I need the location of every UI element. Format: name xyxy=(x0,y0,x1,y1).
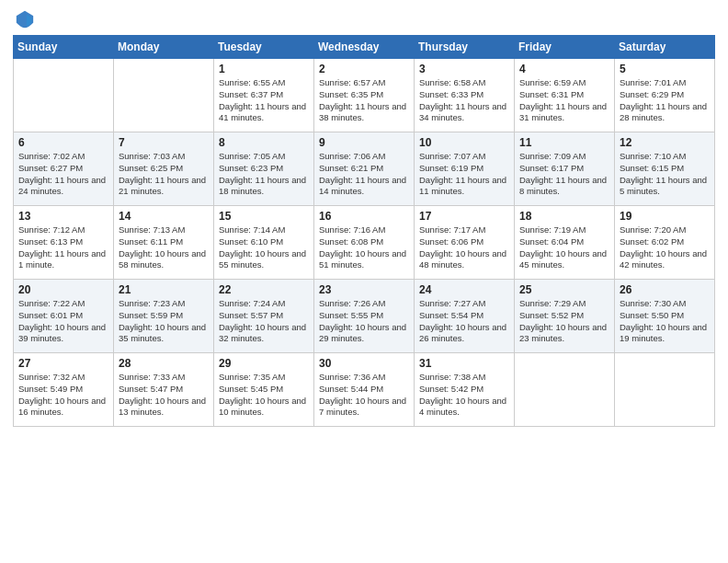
calendar-cell: 28Sunrise: 7:33 AMSunset: 5:47 PMDayligh… xyxy=(114,353,214,427)
calendar-week-4: 20Sunrise: 7:22 AMSunset: 6:01 PMDayligh… xyxy=(14,280,715,353)
day-number: 3 xyxy=(419,63,509,75)
calendar-cell: 8Sunrise: 7:05 AMSunset: 6:23 PMDaylight… xyxy=(214,132,314,206)
day-header-wednesday: Wednesday xyxy=(314,36,415,59)
calendar-cell: 13Sunrise: 7:12 AMSunset: 6:13 PMDayligh… xyxy=(14,206,114,280)
calendar-cell: 10Sunrise: 7:07 AMSunset: 6:19 PMDayligh… xyxy=(415,132,515,206)
calendar-cell: 16Sunrise: 7:16 AMSunset: 6:08 PMDayligh… xyxy=(314,206,415,280)
day-detail: Sunrise: 6:59 AMSunset: 6:31 PMDaylight:… xyxy=(519,77,609,124)
day-detail: Sunrise: 7:03 AMSunset: 6:25 PMDaylight:… xyxy=(119,151,209,198)
day-detail: Sunrise: 7:24 AMSunset: 5:57 PMDaylight:… xyxy=(219,298,309,345)
calendar-cell: 18Sunrise: 7:19 AMSunset: 6:04 PMDayligh… xyxy=(515,206,615,280)
day-number: 2 xyxy=(319,63,409,75)
calendar-cell xyxy=(14,59,114,132)
calendar-page: SundayMondayTuesdayWednesdayThursdayFrid… xyxy=(0,0,728,563)
day-number: 25 xyxy=(519,283,609,296)
logo xyxy=(13,9,35,29)
calendar-cell: 5Sunrise: 7:01 AMSunset: 6:29 PMDaylight… xyxy=(615,59,715,132)
day-number: 29 xyxy=(219,357,309,370)
day-detail: Sunrise: 7:07 AMSunset: 6:19 PMDaylight:… xyxy=(419,151,509,198)
day-number: 13 xyxy=(18,210,108,223)
day-detail: Sunrise: 7:29 AMSunset: 5:52 PMDaylight:… xyxy=(519,298,609,345)
day-number: 26 xyxy=(620,283,710,296)
calendar-cell: 24Sunrise: 7:27 AMSunset: 5:54 PMDayligh… xyxy=(415,280,515,353)
day-detail: Sunrise: 7:23 AMSunset: 5:59 PMDaylight:… xyxy=(119,298,209,345)
day-detail: Sunrise: 7:22 AMSunset: 6:01 PMDaylight:… xyxy=(18,298,108,345)
day-detail: Sunrise: 7:09 AMSunset: 6:17 PMDaylight:… xyxy=(519,151,609,198)
calendar-cell: 20Sunrise: 7:22 AMSunset: 6:01 PMDayligh… xyxy=(14,280,114,353)
calendar-cell: 14Sunrise: 7:13 AMSunset: 6:11 PMDayligh… xyxy=(114,206,214,280)
calendar-cell: 4Sunrise: 6:59 AMSunset: 6:31 PMDaylight… xyxy=(515,59,615,132)
calendar-cell: 19Sunrise: 7:20 AMSunset: 6:02 PMDayligh… xyxy=(615,206,715,280)
day-number: 14 xyxy=(119,210,209,223)
day-number: 17 xyxy=(419,210,509,223)
day-number: 9 xyxy=(319,136,409,149)
day-detail: Sunrise: 7:17 AMSunset: 6:06 PMDaylight:… xyxy=(419,224,509,271)
day-header-saturday: Saturday xyxy=(615,36,715,59)
day-number: 12 xyxy=(620,136,710,149)
day-detail: Sunrise: 7:20 AMSunset: 6:02 PMDaylight:… xyxy=(620,224,710,271)
day-number: 23 xyxy=(319,283,409,296)
day-number: 27 xyxy=(18,357,108,370)
calendar-cell: 29Sunrise: 7:35 AMSunset: 5:45 PMDayligh… xyxy=(214,353,314,427)
day-detail: Sunrise: 7:36 AMSunset: 5:44 PMDaylight:… xyxy=(319,372,409,419)
day-number: 22 xyxy=(219,283,309,296)
day-number: 4 xyxy=(519,63,609,75)
day-number: 6 xyxy=(18,136,108,149)
day-detail: Sunrise: 6:58 AMSunset: 6:33 PMDaylight:… xyxy=(419,77,509,124)
day-number: 19 xyxy=(620,210,710,223)
calendar-header-row: SundayMondayTuesdayWednesdayThursdayFrid… xyxy=(14,36,715,59)
day-detail: Sunrise: 7:12 AMSunset: 6:13 PMDaylight:… xyxy=(18,224,108,271)
day-detail: Sunrise: 7:06 AMSunset: 6:21 PMDaylight:… xyxy=(319,151,409,198)
day-number: 20 xyxy=(18,283,108,296)
day-detail: Sunrise: 7:02 AMSunset: 6:27 PMDaylight:… xyxy=(18,151,108,198)
day-detail: Sunrise: 7:32 AMSunset: 5:49 PMDaylight:… xyxy=(18,372,108,419)
calendar-cell: 26Sunrise: 7:30 AMSunset: 5:50 PMDayligh… xyxy=(615,280,715,353)
calendar-cell: 12Sunrise: 7:10 AMSunset: 6:15 PMDayligh… xyxy=(615,132,715,206)
day-detail: Sunrise: 7:10 AMSunset: 6:15 PMDaylight:… xyxy=(620,151,710,198)
logo-icon xyxy=(15,9,35,29)
day-number: 8 xyxy=(219,136,309,149)
calendar-cell: 2Sunrise: 6:57 AMSunset: 6:35 PMDaylight… xyxy=(314,59,415,132)
calendar-cell: 3Sunrise: 6:58 AMSunset: 6:33 PMDaylight… xyxy=(415,59,515,132)
calendar-week-1: 1Sunrise: 6:55 AMSunset: 6:37 PMDaylight… xyxy=(14,59,715,132)
day-detail: Sunrise: 7:16 AMSunset: 6:08 PMDaylight:… xyxy=(319,224,409,271)
calendar-cell: 17Sunrise: 7:17 AMSunset: 6:06 PMDayligh… xyxy=(415,206,515,280)
day-detail: Sunrise: 7:26 AMSunset: 5:55 PMDaylight:… xyxy=(319,298,409,345)
calendar-cell: 6Sunrise: 7:02 AMSunset: 6:27 PMDaylight… xyxy=(14,132,114,206)
calendar-cell: 25Sunrise: 7:29 AMSunset: 5:52 PMDayligh… xyxy=(515,280,615,353)
calendar-cell xyxy=(615,353,715,427)
day-detail: Sunrise: 7:38 AMSunset: 5:42 PMDaylight:… xyxy=(419,372,509,419)
day-header-monday: Monday xyxy=(114,36,214,59)
calendar-cell: 23Sunrise: 7:26 AMSunset: 5:55 PMDayligh… xyxy=(314,280,415,353)
calendar-cell xyxy=(515,353,615,427)
day-number: 31 xyxy=(419,357,509,370)
calendar-cell: 15Sunrise: 7:14 AMSunset: 6:10 PMDayligh… xyxy=(214,206,314,280)
calendar-cell: 22Sunrise: 7:24 AMSunset: 5:57 PMDayligh… xyxy=(214,280,314,353)
calendar-cell: 21Sunrise: 7:23 AMSunset: 5:59 PMDayligh… xyxy=(114,280,214,353)
calendar-week-3: 13Sunrise: 7:12 AMSunset: 6:13 PMDayligh… xyxy=(14,206,715,280)
day-detail: Sunrise: 7:30 AMSunset: 5:50 PMDaylight:… xyxy=(620,298,710,345)
calendar-cell: 9Sunrise: 7:06 AMSunset: 6:21 PMDaylight… xyxy=(314,132,415,206)
calendar-cell: 31Sunrise: 7:38 AMSunset: 5:42 PMDayligh… xyxy=(415,353,515,427)
day-number: 30 xyxy=(319,357,409,370)
day-header-sunday: Sunday xyxy=(14,36,114,59)
day-detail: Sunrise: 6:57 AMSunset: 6:35 PMDaylight:… xyxy=(319,77,409,124)
calendar-cell xyxy=(114,59,214,132)
day-number: 21 xyxy=(119,283,209,296)
calendar-table: SundayMondayTuesdayWednesdayThursdayFrid… xyxy=(13,35,715,427)
day-number: 28 xyxy=(119,357,209,370)
day-number: 7 xyxy=(119,136,209,149)
calendar-cell: 30Sunrise: 7:36 AMSunset: 5:44 PMDayligh… xyxy=(314,353,415,427)
calendar-week-5: 27Sunrise: 7:32 AMSunset: 5:49 PMDayligh… xyxy=(14,353,715,427)
day-number: 10 xyxy=(419,136,509,149)
day-number: 5 xyxy=(620,63,710,75)
day-number: 15 xyxy=(219,210,309,223)
day-number: 16 xyxy=(319,210,409,223)
day-detail: Sunrise: 7:13 AMSunset: 6:11 PMDaylight:… xyxy=(119,224,209,271)
day-detail: Sunrise: 7:14 AMSunset: 6:10 PMDaylight:… xyxy=(219,224,309,271)
calendar-cell: 11Sunrise: 7:09 AMSunset: 6:17 PMDayligh… xyxy=(515,132,615,206)
day-number: 11 xyxy=(519,136,609,149)
calendar-cell: 7Sunrise: 7:03 AMSunset: 6:25 PMDaylight… xyxy=(114,132,214,206)
day-detail: Sunrise: 6:55 AMSunset: 6:37 PMDaylight:… xyxy=(219,77,309,124)
day-detail: Sunrise: 7:05 AMSunset: 6:23 PMDaylight:… xyxy=(219,151,309,198)
